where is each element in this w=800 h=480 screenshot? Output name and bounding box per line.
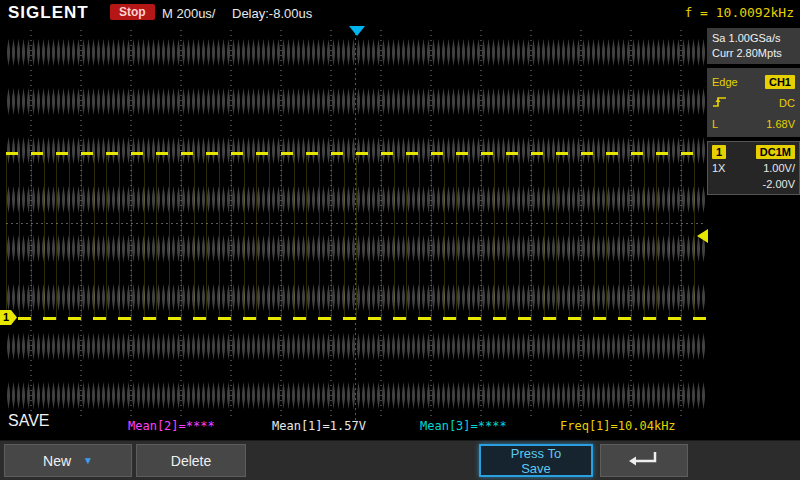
delete-button-label: Delete (171, 453, 211, 469)
right-info-panel: Sa 1.00GSa/s Curr 2.80Mpts Edge CH1 DC L… (707, 28, 800, 420)
brand-logo: SIGLENT (8, 3, 89, 23)
trigger-position-marker-icon (349, 26, 365, 36)
trigger-info-box: Edge CH1 DC L 1.68V (707, 68, 800, 137)
back-button[interactable] (600, 444, 688, 477)
trigger-coupling-readout: DC (779, 97, 795, 109)
new-button[interactable]: New ▼ (4, 444, 132, 477)
acquisition-info-box: Sa 1.00GSa/s Curr 2.80Mpts (707, 28, 800, 64)
measurement-mean2: Mean[2]=**** (128, 419, 215, 433)
ch1-waveform-high-level (6, 152, 706, 155)
probe-attenuation-readout: 1X (712, 162, 725, 174)
trigger-level-label: L (712, 118, 718, 130)
frequency-counter-readout: f = 10.0092kHz (684, 5, 794, 20)
top-status-bar: SIGLENT Stop M 200us/ Delay:-8.00us f = … (0, 0, 800, 26)
memory-depth-readout: Curr 2.80Mpts (712, 46, 795, 61)
return-arrow-icon (627, 449, 661, 472)
trigger-source-badge: CH1 (765, 75, 795, 89)
delay-readout: Delay:-8.00us (232, 6, 312, 21)
acquisition-status-badge: Stop (110, 4, 155, 20)
delete-button[interactable]: Delete (136, 444, 246, 477)
trigger-level-readout: 1.68V (766, 118, 795, 130)
ch1-waveform-edges (6, 154, 706, 320)
softkey-menu-bar: New ▼ Delete Press To Save (0, 440, 800, 480)
rising-edge-icon (712, 95, 728, 111)
ch1-waveform-low-level (6, 317, 706, 320)
new-button-label: New (43, 453, 71, 469)
dropdown-arrow-icon: ▼ (83, 455, 93, 466)
menu-section-title: SAVE (8, 412, 50, 430)
timebase-readout: M 200us/ (162, 6, 215, 21)
sample-rate-readout: Sa 1.00GSa/s (712, 31, 795, 46)
press-to-save-button[interactable]: Press To Save (479, 444, 593, 477)
measurement-freq1: Freq[1]=10.04kHz (560, 419, 676, 433)
channel1-info-box: 1 DC1M 1X 1.00V/ -2.00V (707, 141, 800, 195)
press-to-save-label-line1: Press To (511, 446, 561, 461)
trigger-type-label: Edge (712, 76, 738, 88)
channel-number-badge: 1 (712, 145, 726, 159)
channel-coupling-badge: DC1M (756, 145, 795, 159)
measurement-mean1: Mean[1]=1.57V (272, 419, 366, 433)
vertical-scale-readout: 1.00V/ (763, 162, 795, 174)
vertical-offset-readout: -2.00V (763, 178, 795, 190)
press-to-save-label-line2: Save (521, 461, 551, 476)
measurement-mean3: Mean[3]=**** (420, 419, 507, 433)
